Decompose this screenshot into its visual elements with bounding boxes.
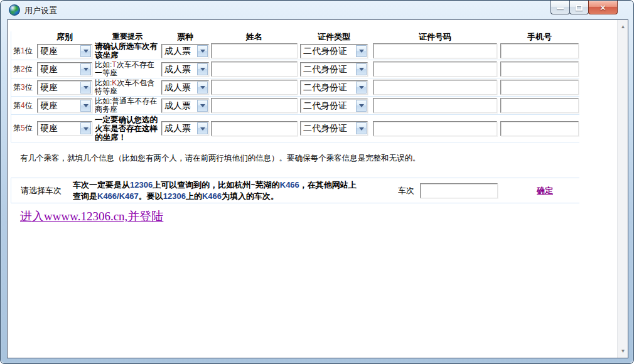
seat-class-select[interactable]: 硬座 xyxy=(37,62,92,77)
row-label-prefix: 第 xyxy=(13,65,21,73)
ticket-type-value: 成人票 xyxy=(162,63,196,76)
chevron-down-icon[interactable] xyxy=(80,45,91,57)
row-label-prefix: 第 xyxy=(13,101,21,110)
name-input[interactable] xyxy=(211,98,298,113)
chevron-down-icon[interactable] xyxy=(197,122,208,134)
table-header-row: 席别 重要提示 票种 姓名 证件类型 证件号码 手机号 xyxy=(11,31,579,42)
notice-segment: 上的 xyxy=(186,191,202,201)
seat-class-value: 硬座 xyxy=(38,45,80,58)
scroll-down-icon[interactable]: ▼ xyxy=(618,346,628,356)
maximize-icon xyxy=(576,5,583,11)
chevron-down-icon[interactable] xyxy=(356,45,367,57)
ticket-type-select[interactable]: 成人票 xyxy=(161,80,209,95)
chevron-down-icon[interactable] xyxy=(80,63,91,75)
id-type-value: 二代身份证 xyxy=(301,81,355,94)
vertical-scrollbar[interactable]: ▲ ▼ xyxy=(617,20,628,358)
row-label-prefix: 第 xyxy=(13,124,21,132)
row-number: 3 xyxy=(21,83,25,92)
close-button[interactable]: ✕ xyxy=(588,1,618,14)
id-type-select[interactable]: 二代身份证 xyxy=(300,62,368,77)
id-number-input[interactable] xyxy=(373,62,497,77)
name-input[interactable] xyxy=(211,43,298,58)
id-type-value: 二代身份证 xyxy=(301,45,355,58)
header-name: 姓名 xyxy=(211,31,298,43)
chevron-down-icon[interactable] xyxy=(356,63,367,75)
row-number: 4 xyxy=(21,101,25,110)
name-input[interactable] xyxy=(211,62,298,77)
phone-input[interactable] xyxy=(500,80,579,95)
phone-input[interactable] xyxy=(500,98,579,113)
notice-segment: K466 xyxy=(202,191,222,201)
seat-class-select[interactable]: 硬座 xyxy=(37,99,92,113)
chevron-down-icon[interactable] xyxy=(197,82,208,94)
id-number-input[interactable] xyxy=(373,98,497,113)
login-12306-link[interactable]: 进入wwww.12306.cn,并登陆 xyxy=(20,208,163,225)
notice-segment: 。要以 xyxy=(139,191,163,201)
minimize-icon xyxy=(557,8,564,9)
notice-segment: 比如: xyxy=(95,78,112,87)
row-label-suffix: 位 xyxy=(25,65,33,73)
chevron-down-icon[interactable] xyxy=(197,100,208,112)
train-number-notice: 车次一定要是从12306上可以查询到的，比如杭州~芜湖的K466，在其他网站上查… xyxy=(73,179,363,202)
row-label: 第1位 xyxy=(13,46,37,56)
name-input[interactable] xyxy=(211,121,298,136)
row-number: 5 xyxy=(21,124,25,132)
seat-class-value: 硬座 xyxy=(38,122,80,135)
id-type-select[interactable]: 二代身份证 xyxy=(300,44,368,58)
row-notice: 比如:K次车不包含特等座 xyxy=(95,79,160,95)
name-input[interactable] xyxy=(211,80,298,95)
seat-class-select[interactable]: 硬座 xyxy=(37,80,92,95)
chevron-down-icon[interactable] xyxy=(80,122,91,134)
phone-input[interactable] xyxy=(500,121,579,136)
row-label: 第4位 xyxy=(13,100,37,111)
id-type-value: 二代身份证 xyxy=(301,122,355,135)
globe-app-icon xyxy=(9,4,20,16)
minimize-button[interactable] xyxy=(551,1,570,14)
train-no-input[interactable] xyxy=(420,183,498,198)
confirm-button[interactable]: 确定 xyxy=(537,185,553,196)
phone-input[interactable] xyxy=(500,62,579,77)
notice-segment: K466/K467 xyxy=(97,191,139,201)
row-label: 第3位 xyxy=(13,82,37,93)
header-phone: 手机号 xyxy=(500,31,579,43)
scroll-up-icon[interactable]: ▲ xyxy=(618,21,628,32)
seat-class-value: 硬座 xyxy=(38,63,80,76)
id-number-input[interactable] xyxy=(373,80,497,95)
id-type-value: 二代身份证 xyxy=(301,99,355,112)
notice-segment: 请确认所选车次有该坐席 xyxy=(95,42,158,60)
ticket-type-select[interactable]: 成人票 xyxy=(161,44,209,58)
id-type-select[interactable]: 二代身份证 xyxy=(300,99,368,113)
phone-input[interactable] xyxy=(500,43,579,58)
notice-segment: 比如: xyxy=(95,60,112,69)
id-type-select[interactable]: 二代身份证 xyxy=(300,80,368,95)
row-label: 第5位 xyxy=(13,123,37,134)
chevron-down-icon[interactable] xyxy=(356,122,367,134)
row-label-suffix: 位 xyxy=(25,101,33,110)
row-number: 1 xyxy=(21,46,25,55)
row-notice: 比如:T次车不存在一等座 xyxy=(95,61,160,77)
chevron-down-icon[interactable] xyxy=(356,82,367,94)
ticket-type-select[interactable]: 成人票 xyxy=(161,121,209,136)
maximize-button[interactable] xyxy=(569,1,589,14)
title-bar[interactable]: 用户设置 ✕ xyxy=(1,1,633,19)
row-label: 第2位 xyxy=(13,64,37,75)
chevron-down-icon[interactable] xyxy=(356,100,367,112)
seat-class-value: 硬座 xyxy=(38,81,80,94)
chevron-down-icon[interactable] xyxy=(80,82,91,94)
chevron-down-icon[interactable] xyxy=(197,45,208,57)
chevron-down-icon[interactable] xyxy=(80,100,91,112)
ticket-type-select[interactable]: 成人票 xyxy=(161,62,209,77)
passenger-row-2: 第2位 硬座 比如:T次车不存在一等座 成人票 二代身份证 xyxy=(11,60,579,78)
chevron-down-icon[interactable] xyxy=(197,63,208,75)
notice-segment: 12306 xyxy=(163,191,186,201)
row-label-prefix: 第 xyxy=(13,46,21,55)
id-type-select[interactable]: 二代身份证 xyxy=(300,121,368,136)
passenger-table: 席别 重要提示 票种 姓名 证件类型 证件号码 手机号 第1位 硬座 请确认所选… xyxy=(11,31,579,142)
id-number-input[interactable] xyxy=(373,43,497,58)
train-number-section: 请选择车次 车次一定要是从12306上可以查询到的，比如杭州~芜湖的K466，在… xyxy=(11,178,579,203)
notice-segment: 比如:普通车不存在商务座 xyxy=(95,97,157,114)
id-number-input[interactable] xyxy=(373,121,497,136)
seat-class-select[interactable]: 硬座 xyxy=(37,44,92,58)
seat-class-select[interactable]: 硬座 xyxy=(37,121,92,136)
ticket-type-select[interactable]: 成人票 xyxy=(161,99,209,113)
